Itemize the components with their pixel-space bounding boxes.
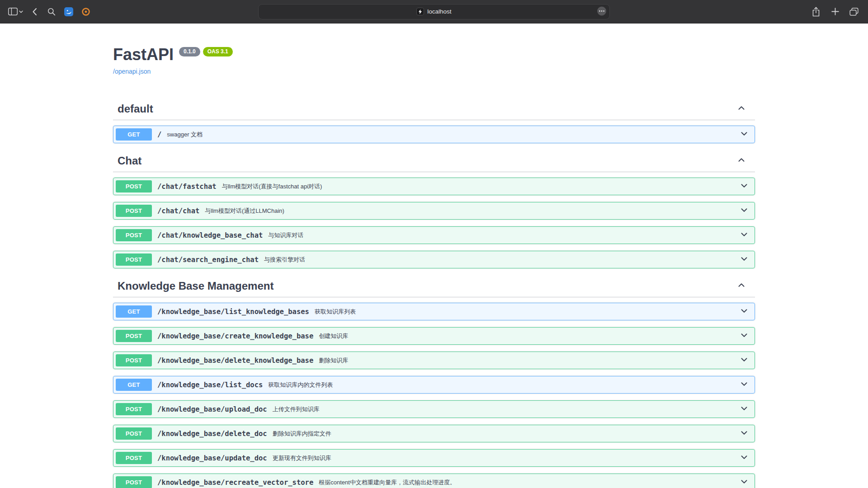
operation-description: 与llm模型对话(通过LLMChain): [205, 207, 284, 215]
new-tab-button[interactable]: [827, 5, 843, 19]
toolbar-left-group: [6, 5, 94, 19]
operation-description: 删除知识库: [319, 357, 348, 365]
method-badge: POST: [116, 354, 152, 366]
method-badge: GET: [116, 305, 152, 318]
oas-badge: OAS 3.1: [203, 47, 233, 56]
tab-overview-icon: [849, 8, 859, 16]
expand-chevron-down-icon[interactable]: [740, 404, 749, 415]
expand-chevron-down-icon[interactable]: [740, 453, 749, 464]
sections: default GET / swagger 文档 Chat POST /chat…: [113, 98, 755, 488]
back-button[interactable]: [27, 5, 42, 19]
toolbar-right-group: [808, 5, 862, 19]
collapse-chevron-up-icon[interactable]: [737, 280, 746, 292]
section-header[interactable]: Knowledge Base Management: [113, 275, 755, 297]
method-badge: POST: [116, 253, 152, 266]
method-badge: GET: [116, 128, 152, 141]
operation-path: /knowledge_base/delete_knowledge_base: [157, 357, 313, 365]
operation-path: /chat/fastchat: [157, 183, 217, 191]
expand-chevron-down-icon[interactable]: [740, 477, 749, 488]
operation-description: 获取知识库内的文件列表: [268, 381, 333, 389]
browser-toolbar: localhost: [0, 0, 868, 23]
operation-description: 与知识库对话: [268, 231, 303, 239]
share-icon: [812, 7, 820, 17]
version-badge: 0.1.0: [179, 47, 200, 56]
api-section: Knowledge Base Management GET /knowledge…: [113, 275, 755, 488]
operation-row[interactable]: POST /knowledge_base/upload_doc 上传文件到知识库: [113, 400, 755, 418]
url-text: localhost: [427, 8, 451, 15]
expand-chevron-down-icon[interactable]: [740, 254, 749, 265]
operation-row[interactable]: POST /chat/search_engine_chat 与搜索引擎对话: [113, 251, 755, 268]
operation-row[interactable]: POST /chat/fastchat 与llm模型对话(直接与fastchat…: [113, 178, 755, 195]
new-tab-icon: [831, 8, 839, 15]
method-badge: GET: [116, 379, 152, 391]
operation-row[interactable]: POST /chat/chat 与llm模型对话(通过LLMChain): [113, 202, 755, 220]
operation-description: 创建知识库: [319, 332, 348, 340]
sidebar-toggle-button[interactable]: [6, 5, 25, 19]
operation-description: 删除知识库内指定文件: [273, 430, 331, 438]
operation-description: 与llm模型对话(直接与fastchat api对话): [222, 183, 322, 191]
api-info: FastAPI 0.1.0 OAS 3.1 /openapi.json: [113, 45, 755, 75]
api-section: default GET / swagger 文档: [113, 98, 755, 143]
operation-path: /knowledge_base/list_docs: [157, 381, 263, 389]
extension-blue-button[interactable]: [61, 5, 76, 19]
operation-path: /chat/search_engine_chat: [157, 256, 259, 264]
operation-path: /knowledge_base/upload_doc: [157, 405, 267, 413]
expand-chevron-down-icon[interactable]: [740, 355, 749, 366]
api-title-text: FastAPI: [113, 45, 174, 64]
operation-path: /chat/knowledge_base_chat: [157, 231, 263, 239]
section-operations: GET /knowledge_base/list_knowledge_bases…: [113, 303, 755, 488]
method-badge: POST: [116, 403, 152, 415]
operation-row[interactable]: POST /knowledge_base/delete_doc 删除知识库内指定…: [113, 425, 755, 442]
section-title: default: [118, 103, 153, 115]
sidebar-toggle-icon: [8, 8, 18, 15]
address-bar[interactable]: localhost: [258, 4, 610, 19]
expand-chevron-down-icon[interactable]: [740, 428, 749, 439]
method-badge: POST: [116, 476, 152, 488]
operation-row[interactable]: POST /knowledge_base/update_doc 更新现有文件到知…: [113, 449, 755, 467]
expand-chevron-down-icon[interactable]: [740, 129, 749, 140]
extension-blue-icon: [64, 7, 73, 16]
expand-chevron-down-icon[interactable]: [740, 306, 749, 317]
openapi-link[interactable]: /openapi.json: [113, 68, 151, 75]
operation-description: 与搜索引擎对话: [264, 256, 305, 264]
section-title: Knowledge Base Management: [118, 280, 274, 292]
operation-row[interactable]: POST /knowledge_base/recreate_vector_sto…: [113, 474, 755, 488]
search-button[interactable]: [44, 5, 59, 19]
expand-chevron-down-icon[interactable]: [740, 331, 749, 342]
operation-path: /: [157, 131, 161, 139]
operation-description: swagger 文档: [167, 131, 203, 139]
operation-path: /knowledge_base/delete_doc: [157, 430, 267, 438]
chevron-down-icon: [19, 10, 23, 13]
expand-chevron-down-icon[interactable]: [740, 206, 749, 216]
expand-chevron-down-icon[interactable]: [740, 181, 749, 192]
operation-row[interactable]: GET /knowledge_base/list_docs 获取知识库内的文件列…: [113, 376, 755, 394]
tab-overview-button[interactable]: [846, 5, 862, 19]
operation-row[interactable]: POST /chat/knowledge_base_chat 与知识库对话: [113, 226, 755, 244]
section-title: Chat: [118, 155, 142, 167]
page-title: FastAPI 0.1.0 OAS 3.1: [113, 45, 755, 64]
collapse-chevron-up-icon[interactable]: [737, 103, 746, 115]
operation-row[interactable]: GET / swagger 文档: [113, 126, 755, 143]
operation-row[interactable]: GET /knowledge_base/list_knowledge_bases…: [113, 303, 755, 320]
operation-row[interactable]: POST /knowledge_base/delete_knowledge_ba…: [113, 352, 755, 369]
page-menu-button[interactable]: [597, 6, 607, 17]
expand-chevron-down-icon[interactable]: [740, 380, 749, 390]
operation-description: 上传文件到知识库: [273, 405, 320, 413]
swagger-page: FastAPI 0.1.0 OAS 3.1 /openapi.json defa…: [0, 23, 868, 488]
extension-orange-icon: [81, 7, 90, 16]
section-operations: GET / swagger 文档: [113, 126, 755, 143]
method-badge: POST: [116, 229, 152, 241]
operation-path: /knowledge_base/recreate_vector_store: [157, 479, 313, 487]
expand-chevron-down-icon[interactable]: [740, 230, 749, 241]
search-icon: [47, 8, 56, 16]
operation-path: /knowledge_base/list_knowledge_bases: [157, 308, 309, 316]
section-header[interactable]: default: [113, 98, 755, 120]
operation-description: 根据content中文档重建向量库，流式输出处理进度。: [319, 479, 456, 487]
extension-orange-button[interactable]: [78, 5, 94, 19]
section-header[interactable]: Chat: [113, 150, 755, 172]
method-badge: POST: [116, 427, 152, 440]
operation-row[interactable]: POST /knowledge_base/create_knowledge_ba…: [113, 327, 755, 345]
share-button[interactable]: [808, 5, 824, 19]
operation-path: /knowledge_base/update_doc: [157, 454, 267, 462]
collapse-chevron-up-icon[interactable]: [737, 155, 746, 167]
